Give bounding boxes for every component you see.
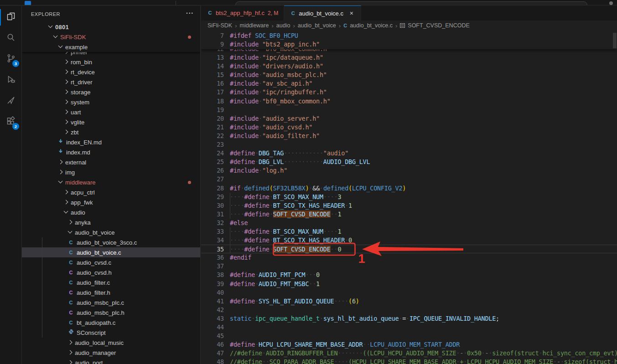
tree-item-storage[interactable]: storage [22, 87, 200, 97]
tree-item-rom_bin[interactable]: rom_bin [22, 57, 200, 67]
line-number[interactable]: 43 [201, 314, 224, 323]
line-number[interactable]: 28 [201, 184, 224, 193]
line-number[interactable]: 31 [201, 210, 224, 219]
activitybar-explorer-button[interactable] [0, 7, 21, 28]
code-line-29[interactable]: 29····#define·BT_SCO_MAX_NUM····3 [201, 193, 617, 201]
code-line-44[interactable]: 44 [201, 323, 617, 332]
line-number[interactable]: 40 [201, 288, 224, 297]
code-line-23[interactable]: 23 [201, 140, 617, 149]
line-number[interactable]: 41 [201, 297, 224, 306]
tree-item-uart[interactable]: uart [22, 107, 200, 117]
code-line-14[interactable]: 14#include·"drivers/audio.h" [201, 62, 617, 71]
line-number[interactable]: 48 [201, 358, 224, 364]
command-center-search[interactable] [235, 1, 587, 5]
line-number[interactable]: 9 [201, 40, 224, 49]
tree-item-audio_bt_voice.c[interactable]: Caudio_bt_voice.c [22, 247, 200, 257]
line-number[interactable]: 42 [201, 306, 224, 314]
tree-item-bt_audiopath.c[interactable]: Cbt_audiopath.c [22, 318, 200, 328]
code-line-15[interactable]: 15#include·"audio_msbc_plc.h" [201, 71, 617, 79]
tree-item-zbt[interactable]: zbt [22, 127, 200, 137]
code-line-21[interactable]: 21#include·"audio_cvsd.h" [201, 123, 617, 132]
line-number[interactable]: 47 [201, 349, 224, 358]
line-number[interactable]: 32 [201, 219, 224, 227]
editor-scrollbar[interactable] [613, 33, 617, 48]
code-line-42[interactable]: 42 [201, 306, 617, 314]
tree-item-rt_device[interactable]: rt_device [22, 67, 200, 77]
line-number[interactable]: 39 [201, 280, 224, 288]
tree-item-audio_port[interactable]: audio_port [22, 358, 200, 364]
line-number[interactable]: 29 [201, 193, 224, 201]
code-line-16[interactable]: 16#include·"av_sbc_api.h" [201, 79, 617, 88]
line-number[interactable]: 30 [201, 201, 224, 210]
code-line-46[interactable]: 46#define·HCPU_LCPU_SHARE_MEM_BASE_ADDR·… [201, 340, 617, 349]
code-line-22[interactable]: 22#include·"audio_filter.h" [201, 132, 617, 140]
tree-item-SConscript[interactable]: SConscript [22, 328, 200, 338]
tree-item-audio_manager[interactable]: audio_manager [22, 348, 200, 358]
code-line-25[interactable]: 25#define·DBG_LVL···········AUDIO_DBG_LV… [201, 158, 617, 166]
line-number[interactable]: 25 [201, 158, 224, 166]
tab-bts2_app_hfp_hf.c[interactable]: Cbts2_app_hfp_hf.c2, M [201, 5, 284, 21]
code-line-17[interactable]: 17#include·"ipc/ringbuffer.h" [201, 88, 617, 97]
line-number[interactable]: 34 [201, 236, 224, 245]
line-number[interactable]: 45 [201, 332, 224, 340]
line-number[interactable]: 17 [201, 88, 224, 97]
code-line-18[interactable]: 18#include·"bf0_mbox_common.h" [201, 97, 617, 106]
line-number[interactable]: 23 [201, 140, 224, 149]
code-line-33[interactable]: 33····#define·BT_SCO_MAX_NUM····1 [201, 227, 617, 236]
code-line-43[interactable]: 43static·ipc_queue_handle_t·sys_hl_bt_au… [201, 314, 617, 323]
activitybar-source-control-button[interactable]: 3 [0, 49, 21, 70]
activitybar-search-button[interactable] [0, 28, 21, 49]
code-line-39[interactable]: 39#define·AUDIO_FMT_MSBC··1 [201, 280, 617, 288]
code-line-32[interactable]: 32#else [201, 219, 617, 227]
titlebar-settings-icon[interactable] [609, 1, 613, 5]
tree-item-app_fwk[interactable]: app_fwk [22, 197, 200, 207]
code-line-47[interactable]: 47//#define·AUDIO_RINGBUFFER_LEN·······(… [201, 349, 617, 358]
code-line-30[interactable]: 30····#define·BT_SCO_TX_HAS_HEADER·1 [201, 201, 617, 210]
line-number[interactable]: 16 [201, 79, 224, 88]
code-line-36[interactable]: 36#endif [201, 253, 617, 262]
line-number[interactable]: 26 [201, 166, 224, 175]
tree-item-index_EN.md[interactable]: index_EN.md [22, 137, 200, 147]
tree-item-audio_filter.h[interactable]: Caudio_filter.h [22, 287, 200, 297]
activitybar-extensions-button[interactable]: 2 [0, 112, 21, 133]
line-number[interactable]: 19 [201, 106, 224, 114]
tree-item-audio_msbc_plc.h[interactable]: Caudio_msbc_plc.h [22, 308, 200, 318]
tree-item-0801[interactable]: 0801 [22, 22, 200, 32]
code-line-20[interactable]: 20#include·"audio_server.h" [201, 114, 617, 123]
tree-item-anyka[interactable]: anyka [22, 217, 200, 227]
line-number[interactable]: 27 [201, 175, 224, 184]
tree-item-external[interactable]: external [22, 157, 200, 167]
line-number[interactable]: 46 [201, 340, 224, 349]
line-number[interactable]: 38 [201, 271, 224, 279]
tree-item-acpu_ctrl[interactable]: acpu_ctrl [22, 187, 200, 197]
line-number[interactable]: 20 [201, 114, 224, 123]
tree-item-audio_bt_voice[interactable]: audio_bt_voice [22, 227, 200, 237]
code-area[interactable]: 12#include·"bf0_mbox_common.h"13#include… [201, 31, 617, 364]
code-line-27[interactable]: 27 [201, 175, 617, 184]
code-line-45[interactable]: 45 [201, 332, 617, 340]
tree-item-audio[interactable]: audio [22, 207, 200, 217]
tree-item-img[interactable]: img [22, 167, 200, 177]
line-number[interactable]: 35 [201, 245, 224, 254]
line-number[interactable]: 18 [201, 97, 224, 106]
tree-item-index.md[interactable]: index.md [22, 147, 200, 157]
line-number[interactable]: 37 [201, 262, 224, 271]
tree-item-audio_filter.c[interactable]: Caudio_filter.c [22, 277, 200, 287]
code-line-34[interactable]: 34····#define·BT_SCO_TX_HAS_HEADER·0 [201, 236, 617, 245]
line-number[interactable]: 15 [201, 71, 224, 79]
more-actions-icon[interactable] [186, 10, 194, 16]
code-line-28[interactable]: 28#if·defined(SF32LB58X)·&&·defined(LCPU… [201, 184, 617, 193]
line-number[interactable]: 33 [201, 227, 224, 236]
activitybar-run-debug-button[interactable] [0, 70, 21, 91]
tree-item-SiFli-SDK[interactable]: SiFli-SDK [22, 32, 200, 42]
code-line-24[interactable]: 24#define·DBG_TAG···········"audio" [201, 149, 617, 158]
sticky-scroll[interactable]: 7#ifdef SOC_BF0_HCPU9#include "bts2_app_… [201, 31, 617, 49]
line-number[interactable]: 13 [201, 53, 224, 62]
code-line-35[interactable]: 35····#define·SOFT_CVSD_ENCODE··0 [201, 245, 617, 253]
code-line-19[interactable]: 19 [201, 106, 617, 114]
code-line-41[interactable]: 41#define·SYS_HL_BT_AUDIO_QUEUE····(6) [201, 297, 617, 306]
tree-item-audio_cvsd.h[interactable]: Caudio_cvsd.h [22, 267, 200, 277]
line-number[interactable]: 21 [201, 123, 224, 132]
tree-item-rt_driver[interactable]: rt_driver [22, 77, 200, 87]
line-number[interactable]: 22 [201, 132, 224, 140]
